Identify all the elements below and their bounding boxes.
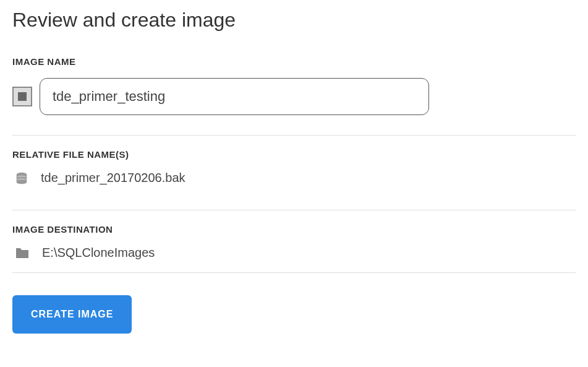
relative-files-label: RELATIVE FILE NAME(S) [12, 149, 576, 160]
destination-row: E:\SQLCloneImages [15, 246, 576, 260]
create-image-button[interactable]: CREATE IMAGE [12, 295, 132, 334]
image-name-label: IMAGE NAME [12, 56, 576, 67]
image-name-section: IMAGE NAME [12, 56, 576, 115]
database-icon [15, 171, 28, 185]
destination-section: IMAGE DESTINATION E:\SQLCloneImages [12, 224, 576, 260]
divider [12, 272, 576, 273]
divider [12, 135, 576, 136]
folder-icon [15, 247, 30, 259]
relative-files-section: RELATIVE FILE NAME(S) tde_primer_2017020… [12, 149, 576, 185]
destination-path: E:\SQLCloneImages [42, 246, 155, 260]
image-name-row [12, 78, 576, 115]
image-icon [12, 87, 32, 106]
file-name: tde_primer_20170206.bak [41, 171, 185, 185]
divider [12, 210, 576, 210]
image-name-input[interactable] [40, 78, 429, 115]
destination-label: IMAGE DESTINATION [12, 224, 576, 235]
file-row: tde_primer_20170206.bak [15, 171, 576, 185]
page-title: Review and create image [12, 9, 576, 32]
image-icon-inner [18, 92, 27, 101]
